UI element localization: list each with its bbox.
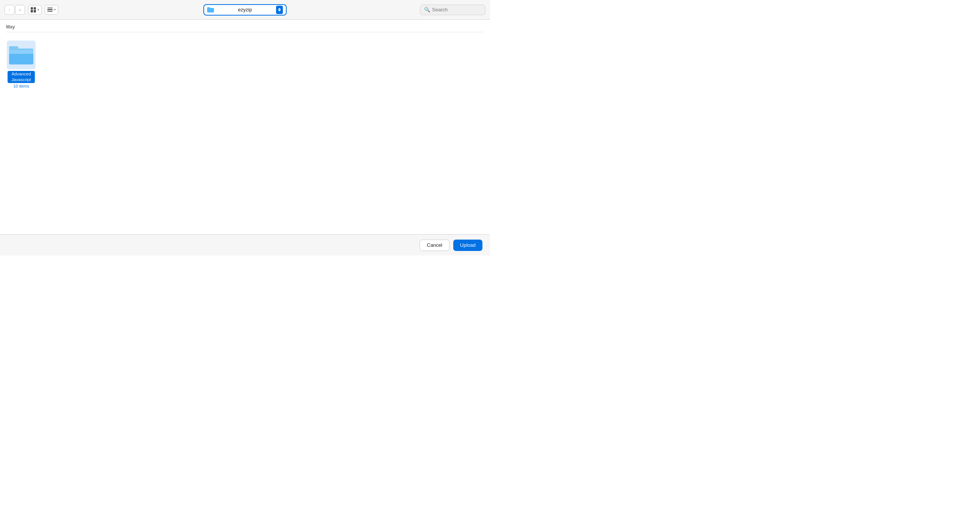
- search-box: 🔍: [420, 5, 485, 15]
- list-icon: [47, 7, 52, 13]
- forward-icon: ›: [19, 7, 21, 13]
- section-header: May: [6, 24, 484, 32]
- file-sublabel: 10 items: [13, 84, 29, 88]
- svg-rect-4: [9, 52, 33, 54]
- bottom-bar: Cancel Upload: [0, 234, 490, 256]
- cancel-button[interactable]: Cancel: [420, 240, 449, 251]
- list-view-button[interactable]: ▾: [45, 5, 58, 15]
- upload-button[interactable]: Upload: [453, 240, 482, 251]
- folder-svg-icon: [8, 44, 34, 66]
- search-input[interactable]: [432, 7, 481, 13]
- grid-icon: [31, 7, 36, 13]
- path-selector[interactable]: ezyzip: [204, 4, 286, 16]
- path-text: ezyzip: [216, 7, 274, 13]
- folder-icon: [207, 7, 214, 13]
- toolbar: ‹ › ▾ ▾ ezyzip 🔍: [0, 0, 490, 20]
- nav-buttons: ‹ ›: [5, 5, 25, 15]
- list-item[interactable]: Advanced Javascript 10 items: [6, 39, 37, 90]
- back-icon: ‹: [9, 7, 10, 13]
- chevron-down-icon: ▾: [38, 8, 39, 11]
- back-button[interactable]: ‹: [5, 5, 14, 15]
- forward-button[interactable]: ›: [15, 5, 25, 15]
- file-grid: Advanced Javascript 10 items: [6, 36, 484, 90]
- folder-icon-wrapper: [7, 41, 36, 69]
- icon-view-button[interactable]: ▾: [28, 5, 41, 15]
- chevron-down-icon-2: ▾: [54, 8, 56, 11]
- search-icon: 🔍: [424, 7, 430, 13]
- path-arrows-icon: [276, 6, 283, 14]
- content-area: May Advanced Javascript 10 items: [0, 20, 490, 234]
- file-name: Advanced Javascript: [8, 71, 35, 83]
